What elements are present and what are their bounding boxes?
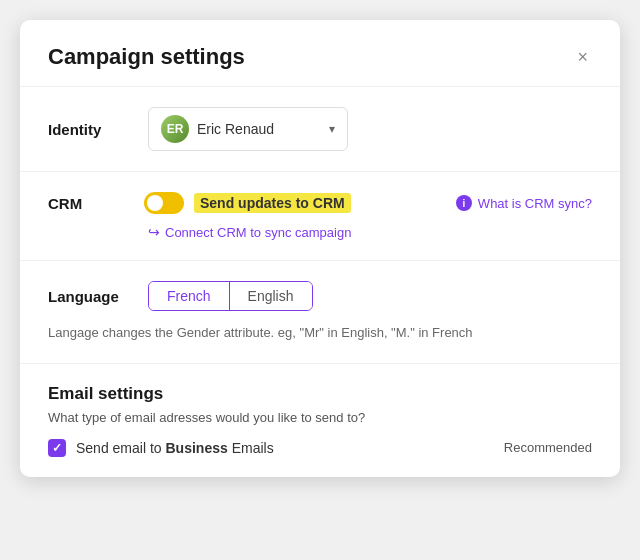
identity-label: Identity (48, 121, 128, 138)
email-option-row: ✓ Send email to Business Emails Recommen… (48, 439, 592, 457)
language-section: Language French English Langage changes … (20, 260, 620, 363)
crm-row: CRM Send updates to CRM i What is CRM sy… (48, 192, 592, 214)
language-english-button[interactable]: English (230, 282, 312, 310)
crm-toggle-label: Send updates to CRM (194, 193, 351, 213)
email-settings-title: Email settings (48, 384, 592, 404)
language-label: Language (48, 288, 128, 305)
connect-crm-link[interactable]: ↪ Connect CRM to sync campaign (148, 224, 351, 240)
close-button[interactable]: × (573, 44, 592, 70)
language-french-button[interactable]: French (149, 282, 230, 310)
identity-section: Identity ER Eric Renaud ▾ (20, 86, 620, 171)
email-option-left: ✓ Send email to Business Emails (48, 439, 274, 457)
checkmark-icon: ✓ (52, 441, 62, 455)
modal-title: Campaign settings (48, 44, 245, 70)
avatar-image: ER (161, 115, 189, 143)
crm-left: CRM Send updates to CRM (48, 192, 351, 214)
crm-section: CRM Send updates to CRM i What is CRM sy… (20, 171, 620, 260)
email-option-prefix: Send email to (76, 440, 166, 456)
chevron-down-icon: ▾ (329, 122, 335, 136)
avatar: ER (161, 115, 189, 143)
crm-toggle[interactable] (144, 192, 184, 214)
toggle-knob (147, 195, 163, 211)
identity-name: Eric Renaud (197, 121, 321, 137)
language-row: Language French English (48, 281, 592, 311)
email-option-text: Send email to Business Emails (76, 440, 274, 456)
what-is-crm-text: What is CRM sync? (478, 196, 592, 211)
modal-header: Campaign settings × (20, 20, 620, 86)
crm-label: CRM (48, 195, 128, 212)
email-option-suffix: Emails (228, 440, 274, 456)
recommended-badge: Recommended (504, 440, 592, 455)
crm-toggle-container: Send updates to CRM (144, 192, 351, 214)
email-settings-section: Email settings What type of email adress… (20, 363, 620, 477)
connect-crm-text: Connect CRM to sync campaign (165, 225, 351, 240)
crm-link-row: ↪ Connect CRM to sync campaign (148, 224, 592, 240)
email-option-bold: Business (166, 440, 228, 456)
email-settings-description: What type of email adresses would you li… (48, 410, 592, 425)
connect-icon: ↪ (148, 224, 160, 240)
language-description: Langage changes the Gender attribute. eg… (48, 323, 592, 343)
business-email-checkbox[interactable]: ✓ (48, 439, 66, 457)
info-icon: i (456, 195, 472, 211)
campaign-settings-modal: Campaign settings × Identity ER Eric Ren… (20, 20, 620, 477)
what-is-crm-link[interactable]: i What is CRM sync? (456, 195, 592, 211)
language-toggle-group: French English (148, 281, 313, 311)
identity-row: Identity ER Eric Renaud ▾ (48, 107, 592, 151)
identity-dropdown[interactable]: ER Eric Renaud ▾ (148, 107, 348, 151)
